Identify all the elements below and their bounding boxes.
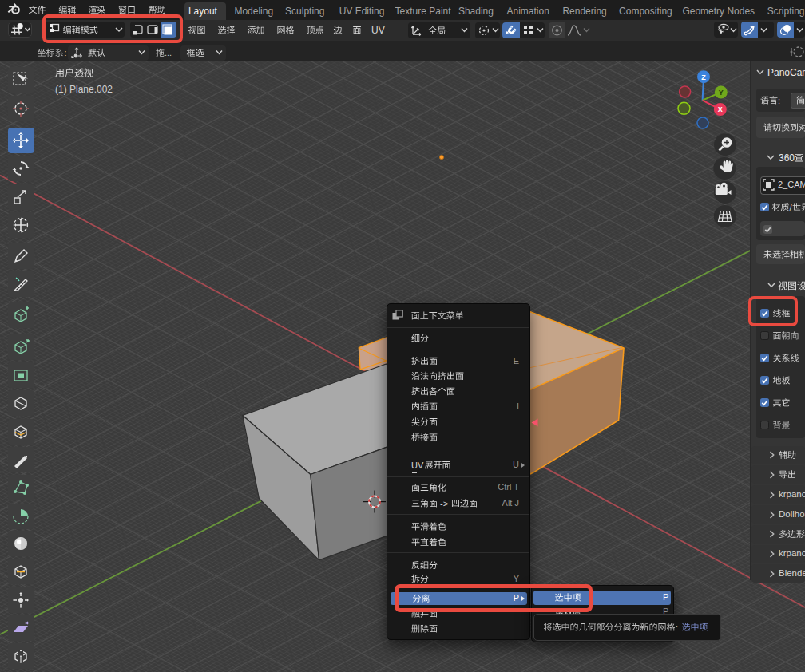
svg-text:Y: Y [719,89,724,97]
svg-text:Z: Z [701,73,706,81]
svg-text:X: X [718,105,723,113]
